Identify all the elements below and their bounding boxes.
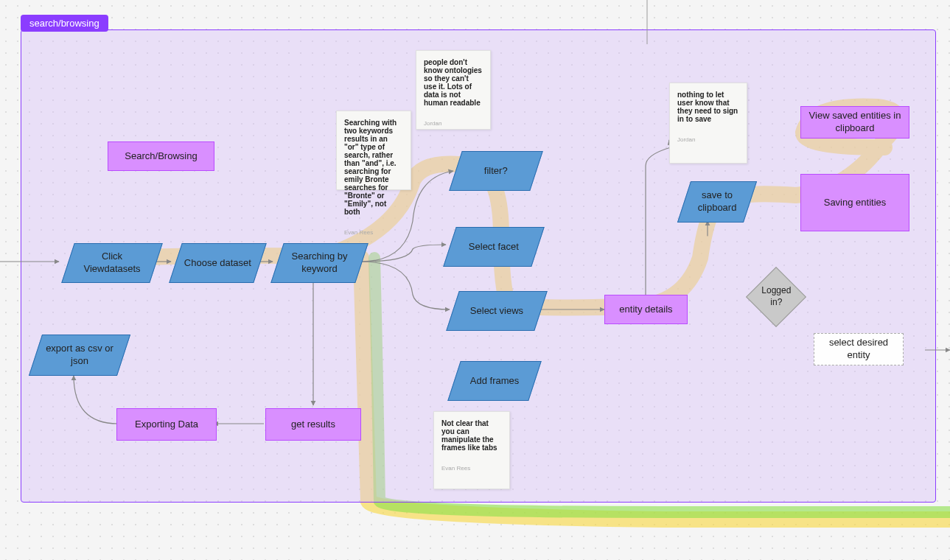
sticky-author: Jordan: [424, 120, 483, 127]
sticky-ontologies[interactable]: people don't know ontologies so they can…: [416, 50, 491, 130]
label: Logged in?: [761, 285, 791, 308]
sticky-text: Not clear that you can manipulate the fr…: [441, 419, 502, 452]
sticky-text: Searching with two keywords results in a…: [344, 119, 403, 216]
node-entity-details[interactable]: entity details: [604, 295, 688, 324]
label: Search/Browsing: [125, 150, 197, 163]
node-select-desired-entity[interactable]: select desired entity: [814, 333, 904, 365]
label: Choose dataset: [184, 257, 251, 270]
label: Searching by keyword: [284, 251, 355, 276]
sticky-author: Jordan: [677, 136, 739, 143]
label: export as csv or json: [42, 343, 117, 368]
node-select-views[interactable]: Select views: [446, 291, 548, 331]
node-export-csv-json[interactable]: export as csv or json: [29, 335, 130, 376]
label: filter?: [484, 165, 508, 178]
node-search-browsing[interactable]: Search/Browsing: [108, 141, 214, 171]
node-get-results[interactable]: get results: [265, 408, 361, 441]
label: select desired entity: [820, 337, 897, 362]
node-saving-entities[interactable]: Saving entities: [800, 174, 909, 231]
node-add-frames[interactable]: Add frames: [447, 361, 542, 401]
label: save to clipboard: [691, 189, 744, 214]
sticky-author: Evan Rees: [344, 229, 403, 236]
node-filter[interactable]: filter?: [449, 151, 543, 191]
label: Exporting Data: [135, 419, 198, 431]
label: Select views: [470, 305, 523, 318]
sticky-keywords[interactable]: Searching with two keywords results in a…: [336, 111, 411, 190]
sticky-text: nothing to let user know that they need …: [677, 91, 739, 123]
node-click-viewdatasets[interactable]: Click Viewdatasets: [61, 243, 163, 283]
sticky-signin[interactable]: nothing to let user know that they need …: [669, 83, 747, 164]
label: Saving entities: [824, 197, 887, 209]
frame-tab[interactable]: search/browsing: [21, 15, 108, 32]
label: get results: [291, 419, 335, 431]
node-choose-dataset[interactable]: Choose dataset: [169, 243, 267, 283]
label: Select facet: [469, 241, 519, 253]
sticky-frames[interactable]: Not clear that you can manipulate the fr…: [433, 411, 510, 489]
label: entity details: [619, 304, 672, 316]
diagram-canvas[interactable]: search/browsing Search/Browsing: [0, 0, 950, 560]
label: Click Viewdatasets: [74, 251, 150, 276]
sticky-author: Evan Rees: [441, 465, 502, 472]
node-view-saved[interactable]: View saved entities in clipboard: [800, 106, 909, 139]
label: Add frames: [470, 375, 519, 388]
node-searching-by-keyword[interactable]: Searching by keyword: [270, 243, 369, 283]
node-select-facet[interactable]: Select facet: [443, 227, 545, 267]
sticky-text: people don't know ontologies so they can…: [424, 58, 483, 107]
node-save-to-clipboard[interactable]: save to clipboard: [677, 181, 757, 223]
label: View saved entities in clipboard: [807, 110, 903, 135]
node-exporting-data[interactable]: Exporting Data: [116, 408, 217, 441]
